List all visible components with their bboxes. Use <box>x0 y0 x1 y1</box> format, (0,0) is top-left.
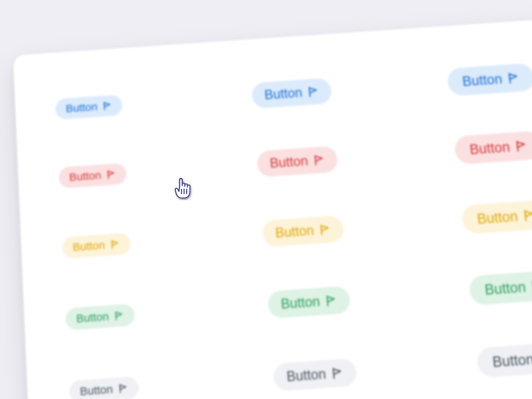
button-label: Button <box>73 240 105 253</box>
flag-icon <box>306 85 319 98</box>
button-grid: Button Button Button Button Button <box>54 41 532 399</box>
button-label: Button <box>80 383 113 397</box>
flag-icon <box>324 294 338 307</box>
button-yellow-lg[interactable]: Button <box>461 200 532 234</box>
button-label: Button <box>264 86 303 102</box>
button-green-lg[interactable]: Button <box>468 270 532 306</box>
flag-icon <box>514 139 528 153</box>
button-blue-sm[interactable]: Button <box>55 95 123 120</box>
button-blue-md[interactable]: Button <box>251 78 332 109</box>
flag-icon <box>330 366 344 380</box>
button-gray-md[interactable]: Button <box>273 358 357 391</box>
button-label: Button <box>275 224 314 240</box>
button-green-sm[interactable]: Button <box>65 304 135 331</box>
button-green-md[interactable]: Button <box>267 286 351 319</box>
button-label: Button <box>484 280 526 297</box>
flag-icon <box>109 239 120 250</box>
button-red-sm[interactable]: Button <box>59 163 127 188</box>
flag-icon <box>529 279 532 293</box>
flag-icon <box>105 169 116 180</box>
flag-icon <box>312 153 325 167</box>
button-yellow-md[interactable]: Button <box>262 215 345 247</box>
button-red-lg[interactable]: Button <box>454 131 532 165</box>
button-label: Button <box>66 101 98 114</box>
button-yellow-sm[interactable]: Button <box>62 233 131 259</box>
flag-icon <box>521 208 532 223</box>
button-label: Button <box>269 154 309 170</box>
button-label: Button <box>492 352 532 370</box>
flag-icon <box>102 100 112 111</box>
flag-icon <box>318 223 331 237</box>
button-label: Button <box>76 311 109 324</box>
button-red-md[interactable]: Button <box>256 146 338 177</box>
button-label: Button <box>469 140 511 156</box>
button-label: Button <box>462 72 503 88</box>
flag-icon <box>117 383 128 394</box>
button-label: Button <box>69 170 101 183</box>
stage: Button Button Button Button Button <box>0 0 532 399</box>
cursor-pointer-icon <box>172 177 193 200</box>
button-blue-lg[interactable]: Button <box>447 63 532 96</box>
card: Button Button Button Button Button <box>13 14 532 399</box>
button-label: Button <box>286 367 327 384</box>
flag-icon <box>113 310 124 321</box>
button-label: Button <box>476 209 518 226</box>
button-gray-sm[interactable]: Button <box>69 376 139 399</box>
button-label: Button <box>281 295 321 311</box>
button-gray-lg[interactable]: Button <box>476 342 532 378</box>
flag-icon <box>506 71 520 85</box>
